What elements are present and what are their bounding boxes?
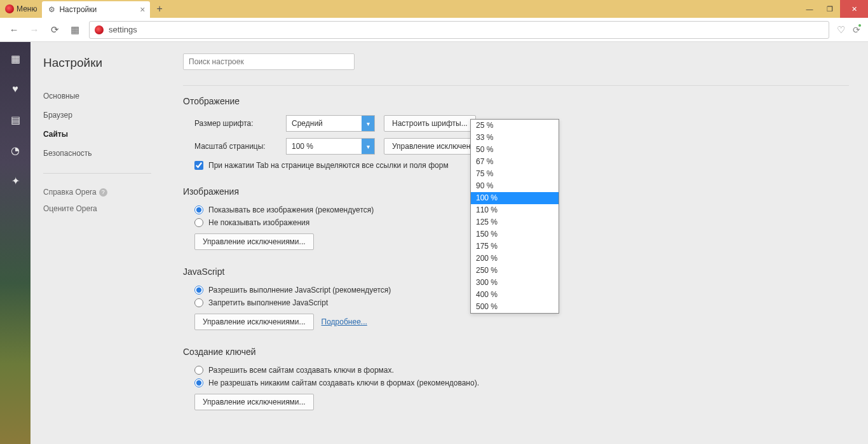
settings-search-input[interactable] bbox=[183, 53, 355, 70]
page-zoom-select[interactable]: 100 % ▾ bbox=[286, 138, 375, 155]
keygen-section: Создание ключей Разрешить всем сайтам со… bbox=[183, 347, 849, 410]
forward-button[interactable]: → bbox=[28, 24, 41, 36]
keygen-allow-radio-row: Разрешить всем сайтам создавать ключи в … bbox=[194, 366, 849, 375]
sidebar-item-sites[interactable]: Сайты bbox=[43, 125, 151, 144]
opera-badge-icon bbox=[95, 25, 104, 34]
keygen-deny-radio[interactable] bbox=[194, 378, 203, 387]
tab-highlight-label: При нажатии Tab на странице выделяются в… bbox=[208, 161, 449, 170]
js-more-link[interactable]: Подробнее... bbox=[322, 317, 367, 326]
reload-button[interactable]: ⟳ bbox=[48, 24, 61, 36]
help-label: Справка Opera bbox=[43, 188, 97, 197]
opera-logo-icon bbox=[5, 4, 14, 13]
font-size-value: Средний bbox=[292, 119, 323, 128]
page-zoom-label: Масштаб страницы: bbox=[194, 142, 277, 151]
zoom-option[interactable]: 75 % bbox=[471, 168, 559, 180]
font-size-label: Размер шрифта: bbox=[194, 119, 277, 128]
minimize-button[interactable]: — bbox=[799, 0, 820, 18]
zoom-option[interactable]: 100 % bbox=[471, 192, 559, 204]
back-button[interactable]: ← bbox=[8, 24, 20, 36]
window-controls: — ❐ ✕ bbox=[799, 0, 868, 18]
sidebar-item-browser[interactable]: Браузер bbox=[43, 106, 151, 125]
news-icon[interactable]: ▤ bbox=[9, 113, 22, 126]
display-heading: Отображение bbox=[183, 96, 849, 106]
images-exceptions-button[interactable]: Управление исключениями... bbox=[194, 233, 314, 250]
js-deny-label: Запретить выполнение JavaScript bbox=[208, 298, 328, 307]
tab-close-icon[interactable]: × bbox=[140, 4, 145, 15]
sidebar-title: Настройки bbox=[43, 56, 151, 70]
images-hide-radio[interactable] bbox=[194, 218, 203, 227]
customize-fonts-button[interactable]: Настроить шрифты... bbox=[384, 115, 476, 132]
help-question-icon: ? bbox=[99, 188, 107, 197]
address-bar[interactable] bbox=[89, 21, 829, 39]
keygen-deny-radio-row: Не разрешать никаким сайтам создавать кл… bbox=[194, 378, 849, 387]
vertical-icon-bar: ▦ ♥ ▤ ◔ ✦ bbox=[0, 42, 31, 444]
zoom-option[interactable]: 33 % bbox=[471, 132, 559, 144]
browser-tab[interactable]: ⚙ Настройки × bbox=[42, 1, 150, 18]
zoom-option[interactable]: 50 % bbox=[471, 144, 559, 156]
settings-content: Отображение Размер шрифта: Средний ▾ Нас… bbox=[164, 42, 868, 444]
main-area: ▦ ♥ ▤ ◔ ✦ Настройки Основные Браузер Сай… bbox=[0, 42, 868, 444]
images-show-label: Показывать все изображения (рекомендуетс… bbox=[208, 205, 374, 214]
browser-toolbar: ← → ⟳ ▦ ♡ ⟳ bbox=[0, 18, 868, 42]
sidebar-item-security[interactable]: Безопасность bbox=[43, 144, 151, 163]
zoom-option[interactable]: 175 % bbox=[471, 240, 559, 253]
keygen-deny-label: Не разрешать никаким сайтам создавать кл… bbox=[208, 378, 479, 387]
zoom-option[interactable]: 125 % bbox=[471, 216, 559, 228]
bookmark-heart-icon[interactable]: ♡ bbox=[837, 24, 845, 36]
keygen-allow-label: Разрешить всем сайтам создавать ключи в … bbox=[208, 366, 394, 375]
keygen-exceptions-button[interactable]: Управление исключениями... bbox=[194, 394, 314, 410]
history-clock-icon[interactable]: ◔ bbox=[9, 144, 22, 156]
zoom-option[interactable]: 300 % bbox=[471, 277, 559, 289]
zoom-option[interactable]: 500 % bbox=[471, 301, 559, 313]
images-show-radio[interactable] bbox=[194, 205, 203, 214]
chevron-down-icon: ▾ bbox=[362, 116, 374, 131]
app-menu-button[interactable]: Меню bbox=[0, 0, 42, 18]
keygen-heading: Создание ключей bbox=[183, 347, 849, 357]
extension-reload-icon[interactable]: ⟳ bbox=[853, 25, 860, 35]
zoom-option[interactable]: 150 % bbox=[471, 228, 559, 240]
menu-label: Меню bbox=[17, 4, 37, 13]
new-tab-button[interactable]: + bbox=[150, 0, 168, 18]
js-deny-radio[interactable] bbox=[194, 298, 203, 307]
window-titlebar: Меню ⚙ Настройки × + — ❐ ✕ bbox=[0, 0, 868, 18]
tab-title: Настройки bbox=[59, 5, 97, 14]
zoom-dropdown[interactable]: 25 %33 %50 %67 %75 %90 %100 %110 %125 %1… bbox=[470, 119, 559, 314]
favorites-heart-icon[interactable]: ♥ bbox=[9, 83, 22, 95]
gear-icon: ⚙ bbox=[48, 5, 55, 14]
sidebar-help-link[interactable]: Справка Opera ? bbox=[43, 184, 151, 200]
close-window-button[interactable]: ✕ bbox=[840, 0, 868, 18]
extensions-puzzle-icon[interactable]: ✦ bbox=[9, 174, 22, 187]
font-size-select[interactable]: Средний ▾ bbox=[286, 115, 375, 132]
speed-dial-button[interactable]: ▦ bbox=[69, 24, 81, 36]
speed-dial-icon[interactable]: ▦ bbox=[9, 52, 22, 65]
images-hide-label: Не показывать изображения bbox=[208, 218, 309, 227]
zoom-option[interactable]: 110 % bbox=[471, 204, 559, 216]
tab-highlight-checkbox[interactable] bbox=[194, 161, 203, 170]
zoom-option[interactable]: 400 % bbox=[471, 289, 559, 301]
js-allow-radio[interactable] bbox=[194, 286, 203, 295]
keygen-allow-radio[interactable] bbox=[194, 366, 203, 375]
maximize-button[interactable]: ❐ bbox=[820, 0, 840, 18]
zoom-option[interactable]: 25 % bbox=[471, 120, 559, 132]
address-input[interactable] bbox=[109, 25, 824, 34]
chevron-down-icon: ▾ bbox=[362, 139, 374, 154]
js-allow-label: Разрешить выполнение JavaScript (рекомен… bbox=[208, 286, 391, 295]
settings-sidebar: Настройки Основные Браузер Сайты Безопас… bbox=[31, 42, 164, 444]
zoom-option[interactable]: 90 % bbox=[471, 180, 559, 192]
zoom-option[interactable]: 250 % bbox=[471, 265, 559, 277]
sidebar-rate-link[interactable]: Оцените Opera bbox=[43, 200, 151, 217]
sidebar-item-basic[interactable]: Основные bbox=[43, 87, 151, 106]
zoom-option[interactable]: 200 % bbox=[471, 253, 559, 265]
zoom-option[interactable]: 67 % bbox=[471, 156, 559, 168]
js-exceptions-button[interactable]: Управление исключениями... bbox=[194, 314, 314, 330]
page-zoom-value: 100 % bbox=[292, 142, 313, 151]
